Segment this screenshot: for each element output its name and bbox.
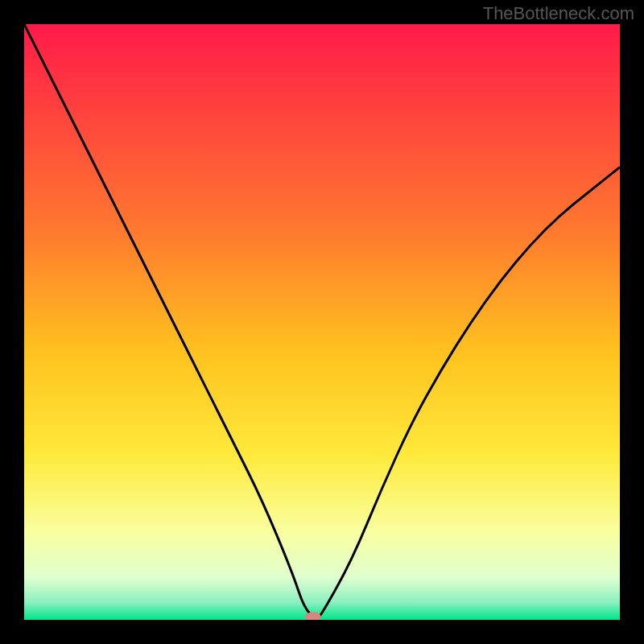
gradient-background [24,24,620,620]
watermark-text: TheBottleneck.com [483,3,634,24]
chart-svg [24,24,620,620]
chart-area [24,24,620,620]
